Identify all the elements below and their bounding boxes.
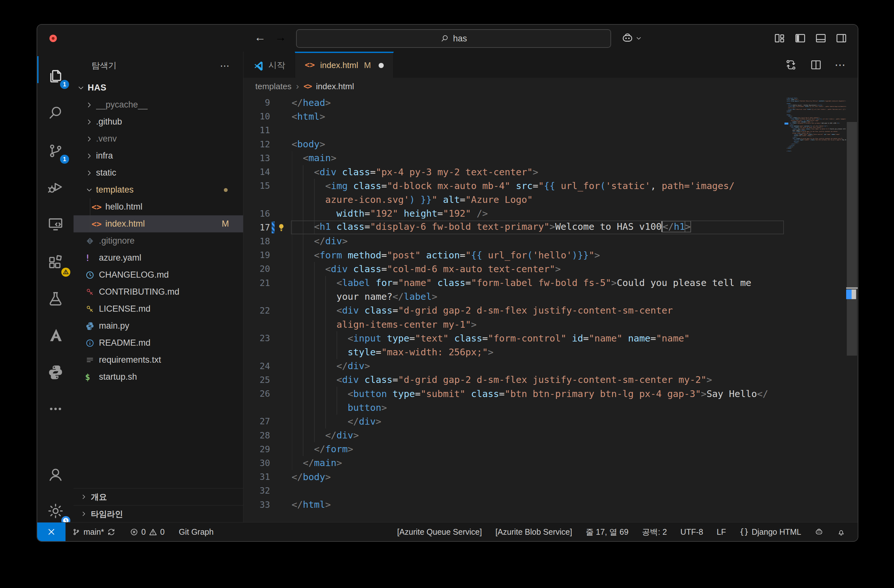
command-center-search[interactable]: has — [296, 29, 611, 48]
file-icon — [85, 236, 95, 246]
tab-index.html[interactable]: <>index.htmlM — [295, 52, 394, 78]
line-number[interactable]: 24 — [243, 361, 291, 371]
close-button[interactable] — [50, 35, 57, 42]
status-item-language-mode[interactable]: {}Django HTML — [740, 527, 801, 537]
toggle-primary-sidebar-icon[interactable] — [793, 32, 807, 45]
tree-item-HAS[interactable]: HAS — [74, 79, 243, 96]
line-number[interactable]: 21 — [243, 278, 291, 288]
tree-item-index.html[interactable]: <>index.htmlM — [74, 216, 243, 232]
status-item-indentation[interactable]: 공백: 2 — [642, 527, 667, 537]
tree-item-LICENSE.md[interactable]: LICENSE.md — [74, 300, 243, 317]
line-number[interactable]: 31 — [243, 472, 291, 482]
tree-item-requirements.txt[interactable]: requirements.txt — [74, 351, 243, 368]
status-item-cursor-position[interactable]: 줄 17, 열 69 — [586, 527, 628, 537]
editor-scrollbar[interactable] — [846, 95, 858, 522]
explorer-more-actions-icon[interactable]: ⋯ — [220, 60, 230, 71]
line-number[interactable]: 20 — [243, 264, 291, 274]
line-number[interactable]: 25 — [243, 375, 291, 385]
unsaved-dot-icon[interactable] — [379, 63, 384, 68]
tree-item-.github[interactable]: .github — [74, 113, 243, 130]
more-actions-icon[interactable]: ⋯ — [835, 59, 846, 71]
line-number[interactable]: 11 — [243, 125, 291, 135]
tree-item-static[interactable]: static — [74, 164, 243, 181]
line-number[interactable]: 30 — [243, 458, 291, 468]
lightbulb-icon[interactable] — [276, 222, 287, 233]
status-item-notifications[interactable] — [837, 528, 846, 536]
tree-item-.venv[interactable]: .venv — [74, 130, 243, 147]
tree-item-infra[interactable]: infra — [74, 147, 243, 164]
tree-item-main.py[interactable]: main.py — [74, 317, 243, 335]
forward-icon[interactable]: → — [275, 30, 287, 44]
line-number[interactable]: 22 — [243, 306, 291, 315]
line-number[interactable]: 19 — [243, 250, 291, 260]
line-number[interactable]: 14 — [243, 167, 291, 177]
line-number[interactable]: 12 — [243, 139, 291, 149]
code-text: <div class="d-grid gap-2 d-sm-flex justi… — [291, 305, 673, 316]
line-number[interactable]: 23 — [243, 333, 291, 343]
line-number[interactable]: 26 — [243, 389, 291, 399]
breadcrumb-item[interactable]: index.html — [316, 81, 354, 92]
activity-bar-item-extensions[interactable] — [37, 246, 74, 279]
line-number[interactable]: 18 — [243, 236, 291, 246]
code-line-21: 21 <label for="name" class="form-label f… — [243, 276, 785, 289]
status-item-encoding[interactable]: UTF-8 — [681, 527, 703, 537]
tree-item-.gitignore[interactable]: .gitignore — [74, 232, 243, 249]
code-editor[interactable]: 9</head>10<html>1112<body>13 <main>14 <d… — [243, 95, 858, 522]
status-item-git-graph[interactable]: Git Graph — [179, 527, 213, 537]
line-number[interactable]: 10 — [243, 112, 291, 121]
sidebar-section-outline[interactable]: 개요 — [74, 488, 243, 505]
customize-layout-icon[interactable] — [773, 32, 787, 45]
tree-item-CHANGELOG.md[interactable]: CHANGELOG.md — [74, 266, 243, 283]
activity-bar-item-testing[interactable] — [37, 282, 74, 315]
activity-bar-item-source-control[interactable]: 1 — [37, 134, 74, 167]
line-number[interactable]: 16 — [243, 209, 291, 219]
activity-bar-item-python[interactable] — [37, 356, 74, 389]
split-editor-icon[interactable] — [809, 59, 822, 71]
tree-item-CONTRIBUTING.md[interactable]: CONTRIBUTING.md — [74, 283, 243, 300]
toggle-panel-icon[interactable] — [814, 32, 828, 45]
line-number[interactable]: 15 — [243, 181, 291, 191]
sidebar-section-timeline[interactable]: 타임라인 — [74, 505, 243, 522]
status-item-eol[interactable]: LF — [717, 527, 726, 537]
remote-indicator-button[interactable] — [37, 523, 65, 541]
line-number[interactable]: 33 — [243, 500, 291, 510]
line-number[interactable]: 27 — [243, 416, 291, 426]
line-number[interactable]: 29 — [243, 444, 291, 454]
scrollbar-slider[interactable] — [847, 122, 857, 356]
status-item-git-branch[interactable]: main* — [72, 527, 116, 537]
minimize-button[interactable] — [63, 35, 70, 42]
activity-bar-item-run-and-debug[interactable] — [37, 170, 74, 204]
activity-bar-item-more[interactable] — [37, 392, 74, 425]
tree-item-azure.yaml[interactable]: !azure.yaml — [74, 249, 243, 266]
chevron-down-icon[interactable] — [634, 34, 643, 42]
status-item-azurite-blob[interactable]: [Azurite Blob Service] — [495, 527, 572, 537]
activity-bar-item-azure[interactable] — [37, 319, 74, 352]
tree-item-__pycache__[interactable]: __pycache__ — [74, 96, 243, 113]
status-item-copilot[interactable] — [815, 528, 823, 536]
breadcrumb[interactable]: templates›<>index.html — [243, 78, 858, 95]
status-item-azurite-queue[interactable]: [Azurite Queue Service] — [397, 527, 482, 537]
line-number[interactable]: 32 — [243, 485, 291, 496]
code-line-28: 28 </div> — [243, 428, 785, 442]
activity-bar-item-remote-explorer[interactable] — [37, 208, 74, 241]
toggle-secondary-sidebar-icon[interactable] — [835, 32, 848, 45]
tree-item-templates[interactable]: templates — [74, 181, 243, 198]
line-number[interactable]: 28 — [243, 430, 291, 440]
activity-bar-item-search[interactable] — [37, 96, 74, 130]
code-line-13: 13 <main> — [243, 151, 785, 165]
back-icon[interactable]: ← — [254, 30, 266, 44]
activity-bar-item-explorer[interactable]: 1 — [37, 59, 74, 93]
minimap[interactable]: <!doctype html><html lang="en"><meta htt… — [787, 98, 846, 152]
activity-bar-item-accounts[interactable] — [37, 458, 74, 491]
status-item-problems[interactable]: 00 — [130, 527, 165, 537]
tree-item-startup.sh[interactable]: $startup.sh — [74, 368, 243, 386]
tree-item-hello.html[interactable]: <>hello.html — [74, 198, 243, 216]
line-number[interactable]: 9 — [243, 98, 291, 107]
breadcrumb-item[interactable]: templates — [255, 81, 291, 92]
tab-[interactable]: 시작 — [243, 52, 295, 78]
line-number[interactable]: 13 — [243, 153, 291, 163]
copilot-icon[interactable] — [621, 32, 634, 45]
tree-item-README.md[interactable]: README.md — [74, 335, 243, 351]
zoom-button[interactable] — [76, 35, 83, 42]
open-changes-icon[interactable] — [784, 59, 797, 71]
